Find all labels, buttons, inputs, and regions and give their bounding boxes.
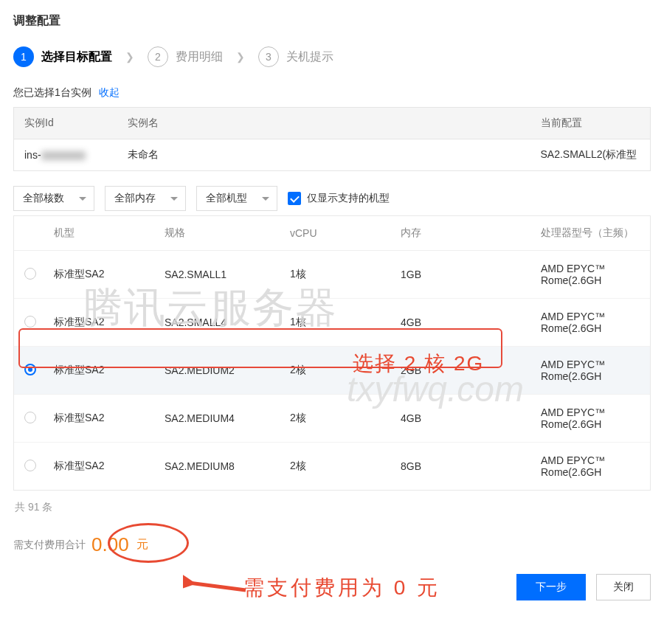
spec-row[interactable]: 标准型SA2SA2.MEDIUM22核2GBAMD EPYC™ Rome(2.6… bbox=[14, 347, 650, 395]
page-title: 调整配置 bbox=[13, 13, 651, 29]
step-3-label: 关机提示 bbox=[286, 49, 333, 65]
spec-header-vcpu: vCPU bbox=[283, 216, 393, 251]
filter-memory-select[interactable]: 全部内存 bbox=[105, 186, 186, 211]
filters-bar: 全部核数 全部内存 全部机型 仅显示支持的机型 bbox=[13, 186, 651, 211]
step-1-label: 选择目标配置 bbox=[41, 49, 112, 65]
spec-vcpu: 2核 bbox=[283, 347, 393, 395]
instance-header-id: 实例Id bbox=[14, 108, 117, 139]
spec-proc: AMD EPYC™ Rome(2.6GH bbox=[533, 251, 650, 299]
spec-model: 标准型SA2 bbox=[46, 443, 157, 491]
steps: 1 选择目标配置 ❯ 2 费用明细 ❯ 3 关机提示 bbox=[13, 46, 651, 67]
total-count: 共 91 条 bbox=[15, 501, 651, 514]
spec-code: SA2.SMALL1 bbox=[157, 251, 283, 299]
redacted-id bbox=[41, 151, 86, 160]
spec-proc: AMD EPYC™ Rome(2.6GH bbox=[533, 443, 650, 491]
spec-header-model: 机型 bbox=[46, 216, 157, 251]
step-2[interactable]: 2 费用明细 bbox=[148, 46, 223, 67]
instance-header-cfg: 当前配置 bbox=[530, 108, 651, 139]
spec-mem: 4GB bbox=[393, 395, 533, 443]
spec-header-spec: 规格 bbox=[157, 216, 283, 251]
instance-header-name: 实例名 bbox=[117, 108, 530, 139]
radio-icon[interactable] bbox=[24, 268, 36, 280]
chevron-right-icon: ❯ bbox=[236, 51, 245, 63]
filter-cores-select[interactable]: 全部核数 bbox=[13, 186, 94, 211]
radio-icon[interactable] bbox=[24, 316, 36, 328]
spec-row[interactable]: 标准型SA2SA2.MEDIUM82核8GBAMD EPYC™ Rome(2.6… bbox=[14, 443, 650, 491]
instance-table: 实例Id 实例名 当前配置 ins- 未命名 SA2.SMALL2(标准型 bbox=[13, 107, 651, 171]
radio-icon[interactable] bbox=[24, 460, 36, 471]
radio-icon[interactable] bbox=[24, 412, 36, 423]
spec-proc: AMD EPYC™ Rome(2.6GH bbox=[533, 347, 650, 395]
only-supported-checkbox[interactable]: 仅显示支持的机型 bbox=[288, 192, 390, 205]
radio-icon[interactable] bbox=[24, 364, 36, 375]
step-1-number: 1 bbox=[13, 46, 34, 67]
spec-row[interactable]: 标准型SA2SA2.MEDIUM42核4GBAMD EPYC™ Rome(2.6… bbox=[14, 395, 650, 443]
spec-code: SA2.MEDIUM2 bbox=[157, 347, 283, 395]
spec-vcpu: 2核 bbox=[283, 443, 393, 491]
spec-vcpu: 1核 bbox=[283, 251, 393, 299]
spec-proc: AMD EPYC™ Rome(2.6GH bbox=[533, 299, 650, 347]
instance-id: ins- bbox=[14, 139, 117, 171]
spec-model: 标准型SA2 bbox=[46, 395, 157, 443]
spec-row[interactable]: 标准型SA2SA2.SMALL41核4GBAMD EPYC™ Rome(2.6G… bbox=[14, 299, 650, 347]
step-3[interactable]: 3 关机提示 bbox=[258, 46, 333, 67]
spec-mem: 8GB bbox=[393, 443, 533, 491]
instance-id-prefix: ins- bbox=[24, 149, 41, 161]
chevron-right-icon: ❯ bbox=[125, 51, 134, 63]
spec-code: SA2.SMALL4 bbox=[157, 299, 283, 347]
close-button[interactable]: 关闭 bbox=[596, 574, 651, 600]
spec-table-wrap: 机型 规格 vCPU 内存 处理器型号（主频） 标准型SA2SA2.SMALL1… bbox=[13, 215, 651, 491]
selected-instances-line: 您已选择1台实例 收起 bbox=[13, 86, 651, 100]
spec-mem: 1GB bbox=[393, 251, 533, 299]
pay-label: 需支付费用合计 bbox=[13, 539, 86, 552]
selected-instances-text: 您已选择1台实例 bbox=[13, 86, 91, 98]
only-supported-label: 仅显示支持的机型 bbox=[307, 192, 390, 205]
step-2-label: 费用明细 bbox=[176, 49, 223, 65]
spec-mem: 2GB bbox=[393, 347, 533, 395]
spec-mem: 4GB bbox=[393, 299, 533, 347]
pay-unit: 元 bbox=[136, 537, 148, 553]
collapse-link[interactable]: 收起 bbox=[99, 86, 120, 98]
spec-model: 标准型SA2 bbox=[46, 299, 157, 347]
spec-header-mem: 内存 bbox=[393, 216, 533, 251]
spec-table: 机型 规格 vCPU 内存 处理器型号（主频） 标准型SA2SA2.SMALL1… bbox=[14, 216, 650, 490]
spec-model: 标准型SA2 bbox=[46, 251, 157, 299]
step-2-number: 2 bbox=[148, 46, 168, 67]
next-button[interactable]: 下一步 bbox=[516, 574, 586, 600]
spec-code: SA2.MEDIUM4 bbox=[157, 395, 283, 443]
spec-vcpu: 2核 bbox=[283, 395, 393, 443]
instance-name: 未命名 bbox=[117, 139, 530, 171]
pay-amount: 0.00 bbox=[91, 533, 129, 556]
spec-row[interactable]: 标准型SA2SA2.SMALL11核1GBAMD EPYC™ Rome(2.6G… bbox=[14, 251, 650, 299]
step-1[interactable]: 1 选择目标配置 bbox=[13, 46, 112, 67]
spec-code: SA2.MEDIUM8 bbox=[157, 443, 283, 491]
instance-config: SA2.SMALL2(标准型 bbox=[530, 139, 651, 171]
spec-header-proc: 处理器型号（主频） bbox=[533, 216, 650, 251]
spec-model: 标准型SA2 bbox=[46, 347, 157, 395]
spec-vcpu: 1核 bbox=[283, 299, 393, 347]
spec-proc: AMD EPYC™ Rome(2.6GH bbox=[533, 395, 650, 443]
instance-row: ins- 未命名 SA2.SMALL2(标准型 bbox=[14, 139, 651, 171]
step-3-number: 3 bbox=[258, 46, 279, 67]
action-buttons: 下一步 关闭 bbox=[13, 574, 651, 600]
filter-type-select[interactable]: 全部机型 bbox=[196, 186, 277, 211]
checkbox-checked-icon bbox=[288, 192, 301, 205]
pay-summary: 需支付费用合计 0.00元 bbox=[13, 533, 651, 556]
